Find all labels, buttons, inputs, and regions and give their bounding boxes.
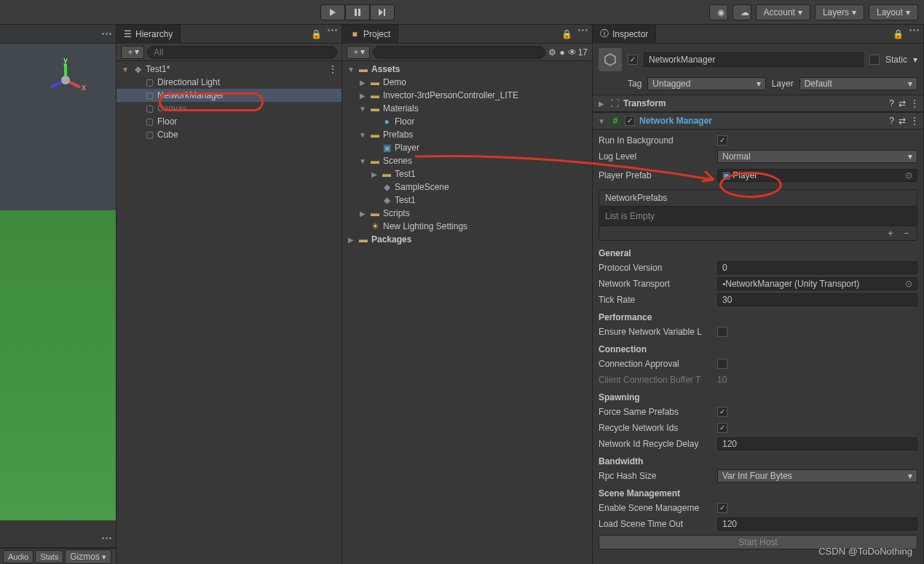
recycle-ids-checkbox[interactable]	[717, 423, 727, 433]
network-transport-field[interactable]: ▪NetworkManager (Unity Transport)⊙	[717, 277, 917, 290]
hierarchy-item[interactable]: ▢Canvas	[117, 102, 341, 115]
object-picker-icon[interactable]: ⊙	[905, 170, 912, 180]
list-header[interactable]: NetworkPrefabs	[599, 190, 917, 207]
gameobject-name-field[interactable]: NetworkManager	[644, 52, 864, 67]
expand-icon[interactable]: ▼	[347, 65, 355, 74]
step-button[interactable]	[370, 4, 395, 20]
cloud-button[interactable]: ☁	[733, 4, 751, 20]
lock-icon[interactable]: 🔒	[561, 29, 572, 39]
tag-dropdown[interactable]: Untagged▾	[647, 77, 765, 90]
project-item[interactable]: ▶▬Invector-3rdPersonController_LITE	[342, 89, 592, 102]
hierarchy-tab[interactable]: ☰ Hierarchy	[117, 25, 181, 44]
force-prefabs-checkbox[interactable]	[717, 407, 727, 417]
hidden-count[interactable]: 👁17	[568, 47, 588, 57]
panel-menu-icon[interactable]: 🔒	[557, 29, 592, 39]
list-add-button[interactable]: ＋	[886, 227, 895, 239]
hierarchy-item[interactable]: ▢Cube	[117, 128, 341, 141]
expand-icon[interactable]: ▶	[358, 79, 367, 87]
expand-icon[interactable]: ▼	[358, 105, 367, 113]
project-search[interactable]	[373, 46, 545, 59]
connection-approval-checkbox[interactable]	[717, 359, 727, 369]
expand-icon[interactable]: ▶	[347, 236, 355, 244]
enable-scene-checkbox[interactable]	[717, 503, 727, 513]
layout-dropdown[interactable]: Layout▾	[869, 4, 918, 20]
lock-icon[interactable]: 🔒	[893, 29, 904, 39]
scene-view[interactable]: y x	[0, 44, 116, 520]
inspector-tab[interactable]: ⓘ Inspector	[593, 25, 656, 44]
expand-icon[interactable]: ▼	[597, 117, 606, 125]
stats-toggle[interactable]: Stats	[35, 550, 63, 563]
list-remove-button[interactable]: －	[902, 227, 911, 239]
gizmos-toggle[interactable]: Gizmos ▾	[65, 549, 111, 564]
project-item[interactable]: ▼▬Materials	[342, 102, 592, 115]
hierarchy-item[interactable]: ▼◆Test1*⋮	[117, 63, 341, 76]
expand-icon[interactable]: ▶	[358, 210, 367, 218]
project-item[interactable]: ▶▬Demo	[342, 76, 592, 89]
audio-toggle[interactable]: Audio	[3, 550, 33, 563]
panel-menu-icon[interactable]: 🔒	[307, 29, 341, 39]
project-item[interactable]: ▶▬Scripts	[342, 207, 592, 220]
recycle-delay-field[interactable]: 120	[717, 437, 917, 450]
project-item[interactable]: ▶▬Packages	[342, 233, 592, 246]
preset-icon[interactable]: ⇄	[899, 98, 906, 108]
layers-dropdown[interactable]: Layers▾	[815, 4, 864, 20]
pause-button[interactable]	[345, 4, 370, 20]
gameobject-icon: ▢	[144, 77, 154, 87]
static-checkbox[interactable]	[869, 55, 880, 65]
project-item[interactable]: ◆Test1	[342, 194, 592, 207]
expand-icon[interactable]: ▶	[597, 100, 606, 108]
active-checkbox[interactable]	[628, 55, 638, 65]
run-in-background-checkbox[interactable]	[717, 135, 727, 146]
log-level-dropdown[interactable]: Normal▾	[717, 150, 917, 163]
expand-icon[interactable]: ▼	[358, 157, 367, 165]
expand-icon[interactable]: ▶	[358, 92, 367, 100]
hierarchy-search[interactable]	[147, 46, 337, 59]
panel-menu-icon[interactable]	[98, 537, 116, 539]
create-dropdown[interactable]: ＋▾	[121, 46, 144, 59]
protocol-version-field[interactable]: 0	[717, 261, 917, 274]
preset-icon[interactable]: ⇄	[899, 116, 906, 126]
hierarchy-item[interactable]: ▢Directional Light	[117, 76, 341, 89]
item-label: Invector-3rdPersonController_LITE	[383, 90, 518, 100]
static-dropdown-icon[interactable]: ▾	[913, 55, 917, 65]
lock-icon[interactable]: 🔒	[311, 29, 322, 39]
project-item[interactable]: ▣Player	[342, 141, 592, 154]
load-timeout-field[interactable]: 120	[717, 517, 917, 531]
create-dropdown[interactable]: ＋▾	[347, 46, 370, 59]
menu-icon[interactable]: ⋮	[910, 116, 919, 126]
orientation-gizmo[interactable]: y x	[44, 58, 87, 102]
hierarchy-item[interactable]: ▢Floor	[117, 115, 341, 128]
project-item[interactable]: ▼▬Prefabs	[342, 128, 592, 141]
component-enabled-checkbox[interactable]	[625, 116, 635, 126]
filter-icon[interactable]: ⚙	[548, 47, 556, 57]
transform-component-header[interactable]: ▶ ⛶ Transform ? ⇄ ⋮	[593, 95, 923, 112]
panel-menu-icon[interactable]: 🔒	[888, 29, 923, 39]
player-prefab-field[interactable]: ▣ Player⊙	[717, 169, 917, 182]
project-tab[interactable]: ■ Project	[342, 25, 398, 44]
expand-icon[interactable]: ▶	[370, 170, 379, 178]
ensure-variable-checkbox[interactable]	[717, 327, 727, 337]
hierarchy-item[interactable]: ▢NetworkManager	[117, 89, 341, 102]
expand-icon[interactable]: ▼	[358, 131, 367, 139]
account-dropdown[interactable]: Account▾	[756, 4, 810, 20]
network-manager-component-header[interactable]: ▼ # Network Manager ? ⇄ ⋮	[593, 112, 923, 130]
collab-button[interactable]: ◉	[709, 4, 728, 20]
play-button[interactable]	[320, 4, 345, 20]
layer-dropdown[interactable]: Default▾	[799, 77, 917, 90]
project-item[interactable]: ◆SampleScene	[342, 180, 592, 194]
expand-icon[interactable]: ▼	[121, 65, 130, 74]
project-item[interactable]: ▼▬Scenes	[342, 154, 592, 167]
object-picker-icon[interactable]: ⊙	[905, 279, 912, 289]
favorite-icon[interactable]: ●	[559, 47, 564, 57]
panel-menu-icon[interactable]	[98, 33, 116, 35]
project-item[interactable]: ●Floor	[342, 115, 592, 128]
help-icon[interactable]: ?	[889, 98, 894, 108]
rpc-hash-dropdown[interactable]: Var Int Four Bytes▾	[717, 469, 917, 482]
help-icon[interactable]: ?	[889, 116, 894, 126]
scene-menu-icon[interactable]: ⋮	[328, 64, 341, 74]
project-item[interactable]: ▶▬Test1	[342, 167, 592, 180]
tick-rate-field[interactable]: 30	[717, 293, 917, 306]
project-item[interactable]: ▼▬Assets	[342, 63, 592, 76]
menu-icon[interactable]: ⋮	[910, 98, 919, 108]
project-item[interactable]: ☀New Lighting Settings	[342, 220, 592, 233]
